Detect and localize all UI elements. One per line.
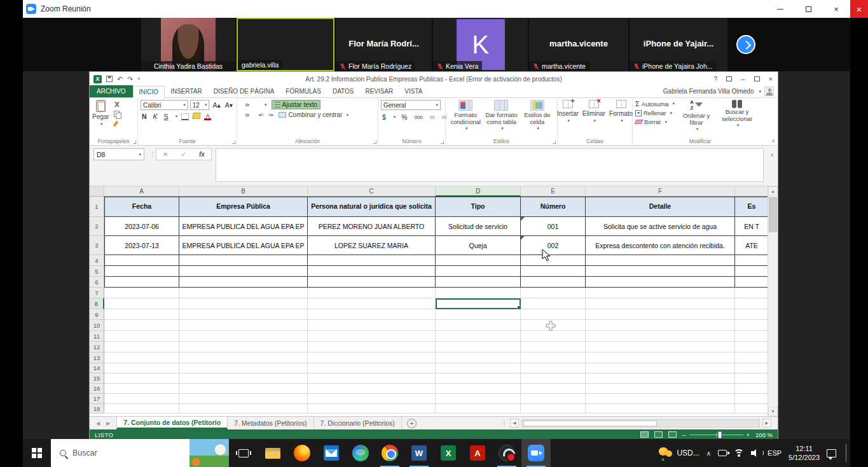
horizontal-scrollbar-thumb[interactable] [523,421,657,426]
cell-B2[interactable]: EMPRESA PUBLICA DEL AGUA EPA EP [179,217,308,236]
excel-minimize-icon[interactable]: – [741,75,745,83]
cut-icon[interactable] [113,101,121,108]
zoom-level[interactable]: 100 % [755,431,773,438]
row-header-5[interactable]: 5 [90,266,104,277]
cell-F8[interactable] [586,298,735,309]
insert-cells-button[interactable]: + Insertar ▾ [557,100,579,137]
cell-D5[interactable] [436,266,521,277]
bold-button[interactable]: N [141,113,148,120]
cell-E2[interactable]: 001 [521,217,586,236]
help-icon[interactable]: ? [713,75,717,83]
font-name-combo[interactable]: Calibri ▾ [141,100,188,110]
hidden-icons-chevron[interactable]: ∧ [706,450,711,457]
cell-B17[interactable] [179,394,308,404]
cell-F3[interactable]: Expresa descontento con atención recibid… [586,236,735,255]
cell-E14[interactable] [521,363,586,373]
cell-B7[interactable] [179,288,308,298]
cancel-icon[interactable]: ✕ [163,151,168,158]
vertical-scrollbar-thumb[interactable] [769,197,777,232]
maximize-button[interactable] [794,0,822,18]
outer-close-button[interactable]: × [850,0,868,18]
cell-F7[interactable] [586,288,735,298]
acrobat-button[interactable]: A [463,439,492,467]
mail-button[interactable] [317,439,346,467]
format-painter-icon[interactable] [113,120,121,127]
vertical-scrollbar[interactable]: ▲ ▼ [768,186,778,416]
cell-E6[interactable] [521,277,586,288]
minimize-button[interactable] [766,0,794,18]
cell-B10[interactable] [179,320,308,331]
zoom-in-icon[interactable]: + [747,431,750,438]
hscroll-right-icon[interactable]: ▶ [762,419,771,428]
cell-9[interactable] [735,309,769,320]
cell-D6[interactable] [436,277,521,288]
paste-button[interactable]: Pegar ▾ [92,100,109,127]
cell-D10[interactable] [436,320,521,331]
sheet-tab-diccionario[interactable]: 7. Diccionario (Petitorios) [314,417,402,429]
row-header-12[interactable]: 12 [90,342,104,352]
participant-tile-gabriela[interactable]: gabriela.villa [237,18,334,71]
undo-icon[interactable]: ↶ [117,76,123,83]
cell-B14[interactable] [179,363,308,373]
cell-C12[interactable] [308,342,436,352]
format-as-table-button[interactable]: Dar formato como tabla ▾ [484,100,518,137]
clock[interactable]: 12:11 5/12/2023 [789,444,820,463]
grow-font-icon[interactable]: A▴ [211,101,221,109]
cell-F15[interactable] [586,373,735,384]
orientation-icon[interactable] [257,104,261,106]
cell-E9[interactable] [521,309,586,320]
sheet-nav-right-icon[interactable]: ▶ [106,421,110,426]
column-header-C[interactable]: C [308,186,436,197]
ribbon-display-options-icon[interactable] [726,76,732,81]
cell-B12[interactable] [179,342,308,352]
cell-D16[interactable] [436,384,521,394]
participant-tile-iphone[interactable]: iPhone de Yajair... iPhone de Yajaira Jo… [630,18,727,71]
column-header-A[interactable]: A [104,186,179,197]
cell-B16[interactable] [179,384,308,394]
cell-B5[interactable] [179,266,308,277]
cell-A14[interactable] [104,363,179,373]
cell-A10[interactable] [104,320,179,331]
page-layout-view-icon[interactable] [654,431,663,438]
cell-F6[interactable] [586,277,735,288]
zoom-slider-thumb[interactable] [718,431,722,438]
cell-D7[interactable] [436,288,521,298]
cell-17[interactable] [735,394,769,404]
cell-E8[interactable] [521,298,586,309]
decrease-indent-icon[interactable]: ◂≡ [257,112,265,118]
cell-D18[interactable] [436,404,521,414]
cell-C3[interactable]: LOPEZ SUAREZ MARIA [308,236,436,255]
cell-B3[interactable]: EMPRESA PUBLICA DEL AGUA EPA EP [179,236,308,255]
excel-restore-icon[interactable] [754,76,760,81]
cell-B9[interactable] [179,309,308,320]
cell-C10[interactable] [308,320,436,331]
cell-3[interactable]: ATE [735,236,769,255]
tab-archivo[interactable]: ARCHIVO [90,85,133,97]
cell-15[interactable] [735,373,769,384]
participant-tile-cinthia[interactable]: Cinthia Yadira Bastidas [141,18,235,71]
cell-F13[interactable] [586,352,735,363]
cell-A6[interactable] [104,277,179,288]
cell-A9[interactable] [104,309,179,320]
tab-insertar[interactable]: INSERTAR [165,85,208,97]
cell-D17[interactable] [436,394,521,404]
row-header-6[interactable]: 6 [90,277,104,288]
save-icon[interactable] [106,76,113,82]
cell-E16[interactable] [521,384,586,394]
excel-close-icon[interactable]: × [769,75,773,83]
cell-C15[interactable] [308,373,436,384]
percent-style-icon[interactable]: % [400,113,408,121]
cell-B1[interactable]: Empresa Pública [179,197,308,217]
row-header-7[interactable]: 7 [90,288,104,298]
wrap-text-button[interactable]: Ajustar texto [272,100,321,109]
cell-A11[interactable] [104,331,179,342]
cell-C13[interactable] [308,352,436,363]
collapse-ribbon-icon[interactable]: ∧ [771,138,775,144]
account-menu[interactable]: Gabriela Fernanda Villa Olmedo ▾ [663,87,774,97]
name-box[interactable]: D8 ▾ [93,148,144,160]
edge-button[interactable] [346,439,375,467]
new-sheet-icon[interactable]: + [407,419,417,428]
cell-F2[interactable]: Solicita que se active servicio de agua [586,217,735,236]
cell-F10[interactable] [586,320,735,331]
cell-styles-button[interactable]: Estilos de celda ▾ [520,100,555,137]
